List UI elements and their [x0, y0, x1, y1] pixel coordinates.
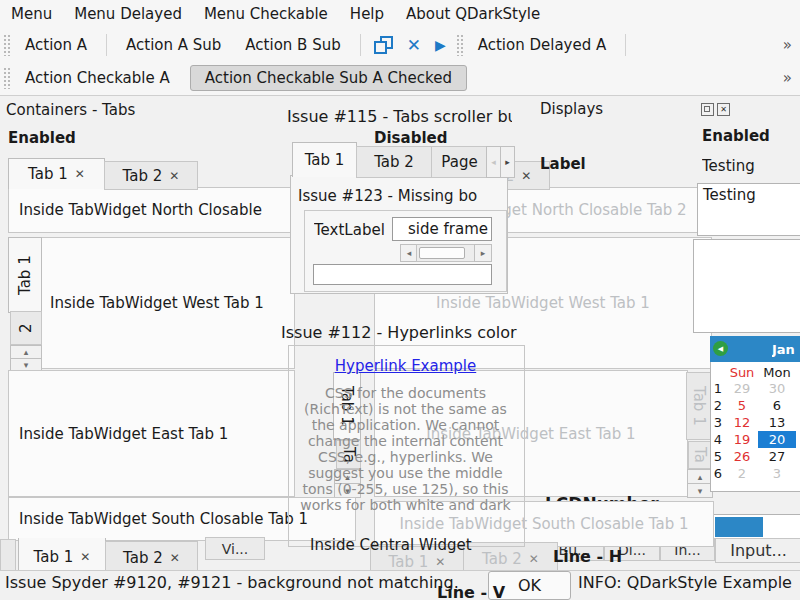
menu-item-menu[interactable]: Menu [0, 5, 63, 23]
hyperlink-example-link[interactable]: Hyperlink Example [288, 357, 523, 375]
action-checkable-sub-checked-button[interactable]: Action Checkable Sub A Checked [190, 65, 467, 91]
issue112-text-line: CSS, e.g., hyperlinks. We [290, 449, 521, 465]
displays-label-value: Testing [702, 157, 797, 176]
play-action-icon[interactable]: ▶ [435, 37, 446, 53]
menu-item-menu-delayed[interactable]: Menu Delayed [63, 5, 193, 23]
tabwidget-west-content: Inside TabWidget West Tab 1 [39, 237, 295, 369]
calendar-date[interactable]: 27 [758, 448, 796, 465]
displays-textedit[interactable]: Testing [697, 183, 800, 236]
toolbar-checkable: Action Checkable A Action Checkable Sub … [0, 61, 800, 96]
status-info-text: INFO: QDarkStyle Example [578, 573, 800, 593]
calendar-month-label[interactable]: Jan [772, 342, 800, 358]
toolbar-actions: Action A Action A Sub Action B Sub ✕ ▶ A… [0, 28, 800, 62]
calendar-date[interactable]: 5 [726, 397, 758, 414]
line-edit-empty[interactable] [313, 264, 492, 285]
displays-line-h-header: Line - H [553, 547, 643, 567]
issue112-text-line: the application. We cannot [290, 417, 521, 433]
tabwidget-north-content-label: Inside TabWidget North Closable [19, 201, 262, 219]
tab-north-2[interactable]: Tab 2 ✕ [104, 161, 198, 190]
calendar-date[interactable]: 29 [726, 380, 758, 397]
tabwidget-west-content-disabled-label: Inside TabWidget West Tab 1 [436, 294, 650, 312]
tabwidget-south-content-label: Inside TabWidget South Closable Tab 1 [19, 510, 308, 528]
issue112-text-line: suggest you use the middle [290, 465, 521, 481]
dock-tab-views[interactable]: Vi... [205, 537, 265, 560]
toolbar-overflow-chevron[interactable]: » [783, 36, 792, 54]
scrollbar-track[interactable] [416, 244, 476, 262]
calendar-date[interactable]: 12 [726, 414, 758, 431]
close-action-icon[interactable]: ✕ [407, 35, 421, 55]
tab-scroll-up-button[interactable]: ▴ [10, 345, 42, 359]
calendar-week-number: 3 [710, 414, 726, 431]
messagebox-text: Issue Spyder #9120, #9121 - background n… [5, 573, 483, 593]
calendar-date[interactable]: 26 [726, 448, 758, 465]
calendar-day-header-mon: Mon [758, 364, 796, 380]
central-widget-label: Inside Central Widget [310, 536, 500, 555]
dock-tab-input[interactable]: Input... [715, 538, 800, 563]
menu-item-help[interactable]: Help [339, 5, 395, 23]
displays-line-v-header: Line - V [437, 583, 547, 600]
calendar-week-number: 5 [710, 448, 726, 465]
calendar-week-number: 4 [710, 431, 726, 448]
tab-label: Tab 1 [28, 165, 68, 183]
menu-item-about[interactable]: About QDarkStyle [395, 5, 551, 23]
action-delayed-a-button[interactable]: Action Delayed A [466, 36, 619, 54]
containers-window-title: Containers - Tabs [6, 101, 226, 120]
issue112-text-line: tons (0-255, use 125), so this [290, 481, 521, 497]
issue115-tab-1[interactable]: Tab 1 [292, 142, 357, 177]
line-edit[interactable]: side frame [392, 217, 492, 241]
dock-float-icon[interactable] [701, 103, 714, 116]
issue112-text-line: change the internal content [290, 433, 521, 449]
issue123-frame: TextLabel side frame ◂ ▸ [304, 210, 507, 292]
tab-label: Ta [691, 447, 709, 463]
tab-close-icon[interactable]: ✕ [521, 169, 531, 183]
calendar-prev-month-button[interactable]: ◀ [713, 341, 728, 356]
tab-close-icon[interactable]: ✕ [170, 551, 180, 565]
issue123-label: Issue #123 - Missing bo [298, 187, 500, 205]
displays-enabled-header: Enabled [702, 127, 797, 146]
issue115-tab-2[interactable]: Tab 2 [356, 146, 432, 178]
scrollbar-right-button[interactable]: ▸ [474, 244, 492, 262]
issue112-text-line: (RichText) is not the same as [290, 401, 521, 417]
action-b-sub-button[interactable]: Action B Sub [233, 36, 352, 54]
tab-north-1[interactable]: Tab 1 ✕ [8, 158, 105, 189]
toolbar-drag-handle[interactable] [3, 34, 10, 56]
calendar-date[interactable]: 2 [726, 465, 758, 482]
tab-west-1[interactable]: Tab 1 [8, 237, 42, 313]
calendar-date[interactable]: 3 [758, 465, 796, 482]
action-checkable-a-button[interactable]: Action Checkable A [13, 69, 182, 87]
tabwidget-east-content: Inside TabWidget East Tab 1 [8, 370, 295, 497]
calendar-date-selected[interactable]: 20 [758, 431, 796, 448]
dock-close-icon[interactable]: ✕ [717, 103, 730, 116]
calendar-date[interactable]: 30 [758, 380, 796, 397]
tabbar-scroll-right-button[interactable]: ▸ [500, 146, 515, 178]
issue115-tab-page[interactable]: Page [431, 146, 488, 178]
tab-close-icon[interactable]: ✕ [75, 167, 85, 181]
restore-window-icon[interactable] [374, 36, 394, 54]
action-a-sub-button[interactable]: Action A Sub [114, 36, 233, 54]
tab-close-icon[interactable]: ✕ [169, 169, 179, 183]
toolbar-drag-handle[interactable] [3, 67, 10, 89]
menu-item-menu-checkable[interactable]: Menu Checkable [193, 5, 339, 23]
tabbar-scroll-left-button[interactable]: ◂ [486, 146, 501, 178]
enabled-section-header: Enabled [8, 129, 118, 148]
tab-close-icon: ✕ [529, 552, 539, 566]
toolbar-overflow-chevron[interactable]: » [783, 69, 792, 87]
tab-close-icon[interactable]: ✕ [80, 550, 90, 564]
calendar-date[interactable]: 6 [758, 397, 796, 414]
calendar-date[interactable]: 13 [758, 414, 796, 431]
displays-textedit-2[interactable] [693, 239, 800, 333]
textedit-value: Testing [703, 186, 756, 204]
action-a-button[interactable]: Action A [13, 36, 99, 54]
calendar-week-number: 6 [710, 465, 726, 482]
tabwidget-east-content-label: Inside TabWidget East Tab 1 [19, 425, 228, 443]
displays-dock-title: Displays [540, 100, 660, 119]
scrollbar-thumb[interactable] [419, 247, 465, 259]
calendar-week-number: 1 [710, 380, 726, 397]
tabwidget-north-content: Inside TabWidget North Closable [8, 187, 295, 233]
tab-east-2-disabled: Ta [688, 441, 712, 469]
calendar-date[interactable]: 19 [726, 431, 758, 448]
issue115-window-title: Issue #115 - Tabs scroller but [287, 107, 512, 127]
progress-bar-fill [715, 517, 763, 537]
toolbar-drag-handle[interactable] [456, 34, 463, 56]
tab-west-2[interactable]: 2 [10, 311, 42, 345]
